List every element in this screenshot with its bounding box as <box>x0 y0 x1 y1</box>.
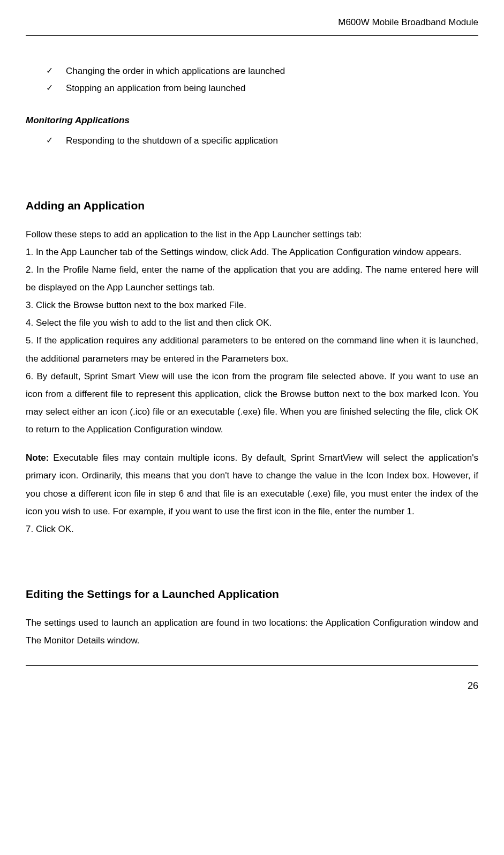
page-number: 26 <box>468 680 478 691</box>
step-2: 2. In the Profile Name field, enter the … <box>26 261 478 296</box>
list-item: Responding to the shutdown of a specific… <box>26 132 478 149</box>
list-item: Changing the order in which applications… <box>26 63 478 79</box>
step-4: 4. Select the file you wish to add to th… <box>26 314 478 332</box>
header-title: M600W Mobile Broadband Module <box>338 17 478 27</box>
adding-intro: Follow these steps to add an application… <box>26 226 478 243</box>
top-bullet-list: Changing the order in which applications… <box>26 63 478 96</box>
editing-text: The settings used to launch an applicati… <box>26 614 478 649</box>
step-6: 6. By default, Sprint Smart View will us… <box>26 368 478 439</box>
note-text: Executable files may contain multiple ic… <box>26 453 478 516</box>
list-item: Stopping an application from being launc… <box>26 80 478 96</box>
step-5: 5. If the application requires any addit… <box>26 332 478 367</box>
editing-heading: Editing the Settings for a Launched Appl… <box>26 583 478 605</box>
step-3: 3. Click the Browse button next to the b… <box>26 296 478 314</box>
adding-heading: Adding an Application <box>26 195 478 217</box>
note-paragraph: Note: Executable files may contain multi… <box>26 449 478 520</box>
step-7: 7. Click OK. <box>26 520 478 538</box>
page-header: M600W Mobile Broadband Module <box>26 13 478 36</box>
note-label: Note: <box>26 453 49 463</box>
page-footer: 26 <box>26 665 478 695</box>
step-1: 1. In the App Launcher tab of the Settin… <box>26 243 478 261</box>
monitoring-heading: Monitoring Applications <box>26 111 478 129</box>
monitoring-bullet-list: Responding to the shutdown of a specific… <box>26 132 478 149</box>
